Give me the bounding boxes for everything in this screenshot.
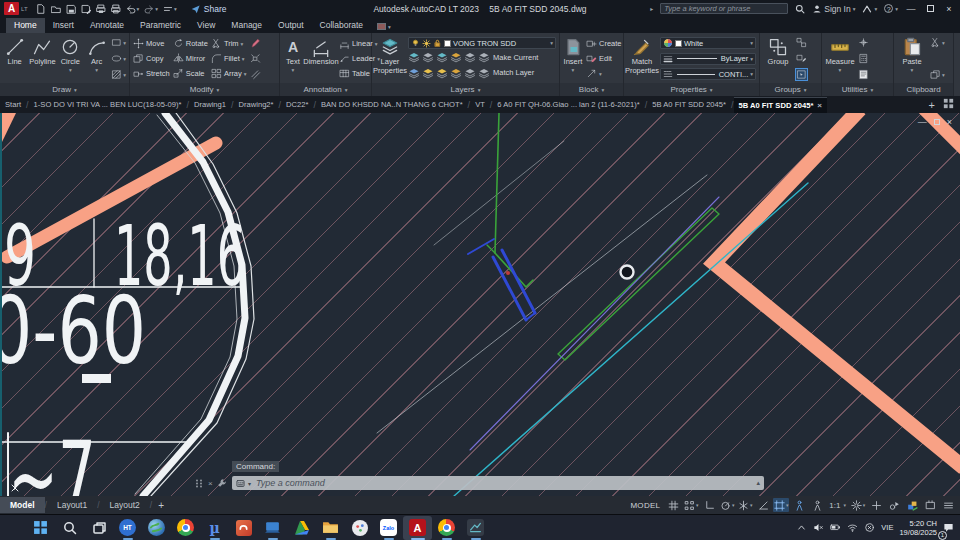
layer-tool-match-layer-1[interactable] — [422, 67, 434, 79]
ribbon-button-arc[interactable]: Arc▾ — [85, 35, 108, 83]
taskbar-remote-display-button[interactable] — [258, 516, 287, 540]
file-tab-start[interactable]: Start — [0, 97, 26, 112]
ribbon-mini-offset[interactable] — [250, 69, 261, 80]
ribbon-mini-list[interactable] — [858, 69, 869, 80]
ribbon-mini-copy-clip[interactable]: ▾ — [930, 69, 945, 80]
ribbon-tab-output[interactable]: Output — [270, 18, 312, 33]
file-tab-6-a0-fit-qh-06-giao-lan-2-11-6-2021[interactable]: 6 A0 FIT QH-06.Giao ... lan 2 (11-6-2021… — [492, 97, 644, 112]
panel-label-properties[interactable]: Properties▾ — [624, 83, 759, 96]
taskbar-zalo-button[interactable]: Zalo — [374, 516, 403, 540]
ribbon-item-mirror[interactable]: Mirror — [173, 52, 208, 65]
ribbon-item-fillet[interactable]: Fillet▾ — [211, 52, 247, 65]
status-customization-menu-button[interactable] — [940, 498, 956, 512]
autodesk-app-button[interactable]: ▾ — [862, 4, 877, 14]
ribbon-button-match-layer[interactable]: Match Layer — [478, 67, 534, 79]
file-tab-5b-a0-fit-sdd-2045[interactable]: 5B A0 FIT SDD 2045* — [647, 97, 731, 112]
panel-label-utilities[interactable]: Utilities▾ — [822, 83, 893, 96]
layout-tab-layout1[interactable]: Layout1 — [47, 497, 97, 513]
ribbon-button-text[interactable]: AText▾ — [283, 35, 303, 83]
taskbar-ht-app-button[interactable]: HT — [113, 516, 142, 540]
wifi-icon[interactable] — [847, 522, 858, 533]
undo-dropdown-icon[interactable]: ▾ — [137, 6, 140, 12]
panel-label-clipboard[interactable]: Clipboard — [894, 83, 953, 96]
command-bar[interactable]: ▾ ▴ — [232, 476, 764, 490]
qat-menu-dropdown-icon[interactable]: ▾ — [174, 6, 177, 12]
taskbar-paint-3d-button[interactable] — [345, 516, 374, 540]
ribbon-item-attrib[interactable]: ▾ — [586, 67, 622, 80]
taskbar-search-button[interactable] — [55, 516, 84, 540]
viewport-close-icon[interactable]: × — [947, 117, 952, 127]
layer-tool-make-current-3[interactable] — [450, 51, 462, 63]
taskbar-microstation-button[interactable]: µ — [200, 516, 229, 540]
layout-tab-model[interactable]: Model — [0, 497, 45, 513]
command-dropdown-icon[interactable]: ▾ — [248, 480, 251, 487]
plot-button[interactable] — [96, 4, 106, 14]
ribbon-button-dimension[interactable]: Dimension — [306, 35, 336, 83]
ribbon-item-edit[interactable]: Edit — [586, 52, 622, 65]
command-close-icon[interactable]: × — [208, 479, 213, 488]
print-button[interactable] — [111, 4, 121, 14]
ribbon-tab-manage[interactable]: Manage — [223, 18, 270, 33]
status-workspace-gear-button[interactable]: ▾ — [850, 498, 866, 512]
new-drawing-button[interactable]: + — [929, 99, 935, 111]
ribbon-mini-erase[interactable] — [250, 37, 261, 48]
qat-menu-button[interactable]: ▾ — [163, 4, 177, 14]
ribbon-tab-parametric[interactable]: Parametric — [132, 18, 189, 33]
tray-expand-icon[interactable] — [796, 522, 807, 533]
ribbon-button-match-properties[interactable]: MatchProperties — [627, 35, 657, 83]
file-tab-5b-a0-fit-sdd-2045-active[interactable]: 5B A0 FIT SDD 2045*× — [734, 97, 828, 113]
file-tab-drawing2[interactable]: Drawing2* — [234, 97, 279, 112]
taskbar-chrome-2-button[interactable] — [432, 516, 461, 540]
taskbar-office-button[interactable] — [229, 516, 258, 540]
ribbon-mini-id-point[interactable] — [858, 37, 869, 48]
close-button[interactable]: × — [943, 4, 955, 14]
layer-tool-match-layer-2[interactable] — [436, 67, 448, 79]
ribbon-mini-cut[interactable]: ▾ — [930, 37, 945, 48]
taskbar-start-button[interactable] — [26, 516, 55, 540]
ribbon-mini-rectangle[interactable]: ▾ — [111, 37, 126, 48]
ribbon-button-group[interactable]: Group — [763, 35, 793, 83]
taskbar-cad-viewer-button[interactable] — [461, 516, 490, 540]
taskbar-chrome-button[interactable] — [171, 516, 200, 540]
layer-tool-make-current-2[interactable] — [436, 51, 448, 63]
status-grid-display-button[interactable] — [665, 498, 681, 512]
drawing-canvas[interactable]: 9 18,16 0-60 ~7 — [0, 113, 960, 496]
panel-label-block[interactable]: Block▾ — [560, 83, 623, 96]
ribbon-mini-explode[interactable] — [250, 53, 261, 64]
layer-tool-make-current-4[interactable] — [464, 51, 476, 63]
panel-label-modify[interactable]: Modify▾ — [130, 83, 279, 96]
tab-overview-button[interactable] — [943, 98, 954, 111]
ribbon-button-make-current[interactable]: Make Current — [478, 51, 538, 63]
clock[interactable]: 5:20 CH 19/08/2025 — [899, 519, 937, 537]
layer-tool-match-layer-3[interactable] — [450, 67, 462, 79]
file-tab-close-icon[interactable]: × — [817, 101, 822, 110]
ribbon-mini-hatch[interactable]: ▾ — [111, 69, 126, 80]
layer-dropdown[interactable]: VONG TRON SDD▾ — [408, 37, 556, 49]
language-indicator[interactable]: VIE — [881, 523, 893, 532]
panel-label-annotation[interactable]: Annotation▾ — [280, 83, 371, 96]
search-icon[interactable] — [795, 4, 805, 14]
ribbon-tab-annotate[interactable]: Annotate — [82, 18, 132, 33]
status-object-snap-tracking-button[interactable] — [755, 498, 771, 512]
ribbon-options-button[interactable]: ▾ — [377, 23, 391, 33]
taskbar-task-view-button[interactable] — [84, 516, 113, 540]
ribbon-mini-ungroup[interactable] — [796, 37, 807, 48]
ribbon-item-stretch[interactable]: Stretch — [133, 67, 170, 80]
keyword-search-input[interactable] — [660, 3, 788, 14]
viewport-minimize-icon[interactable]: — — [918, 117, 927, 127]
ribbon-button-layer-properties[interactable]: LayerProperties — [375, 35, 405, 83]
properties-combo-bylayer[interactable]: ByLayer▾ — [660, 53, 756, 65]
command-wrench-icon[interactable] — [217, 478, 227, 488]
ribbon-tab-insert[interactable]: Insert — [45, 18, 82, 33]
layer-tool-match-layer-0[interactable] — [408, 67, 420, 79]
save-as-button[interactable] — [81, 4, 91, 14]
minimize-button[interactable]: — — [905, 4, 917, 14]
status-customize-plus-button[interactable] — [868, 498, 884, 512]
command-input[interactable] — [254, 477, 753, 489]
panel-label-draw[interactable]: Draw▾ — [0, 83, 129, 96]
sign-in-button[interactable]: Sign In ▾ — [812, 4, 855, 14]
command-customize-icon[interactable] — [236, 479, 245, 488]
ribbon-button-paste[interactable]: Paste▾ — [897, 35, 927, 83]
volume-muted-icon[interactable] — [813, 522, 824, 533]
ribbon-button-polyline[interactable]: Polyline — [29, 35, 55, 83]
